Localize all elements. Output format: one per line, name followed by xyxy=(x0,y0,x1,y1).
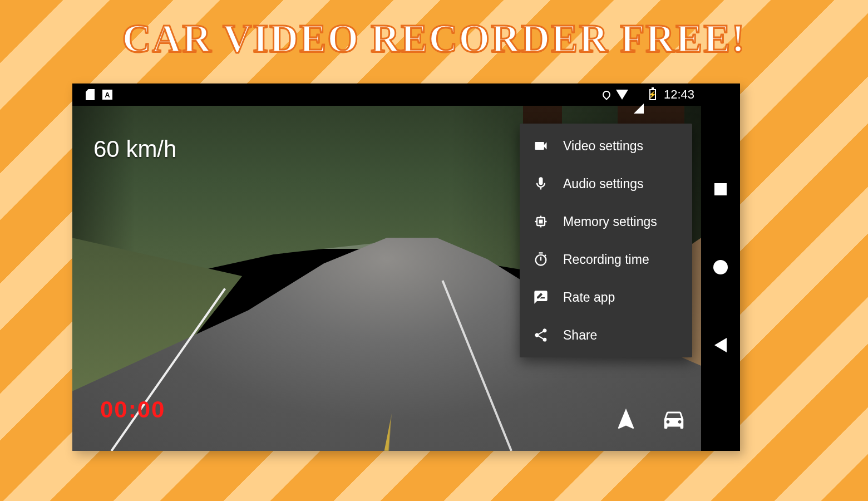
menu-item-rate-app[interactable]: Rate app xyxy=(520,278,692,316)
android-nav-bar xyxy=(701,84,740,451)
circle-icon xyxy=(713,260,728,274)
timer-icon xyxy=(533,252,549,267)
nav-back-button[interactable] xyxy=(701,333,740,357)
nav-recent-apps-button[interactable] xyxy=(701,177,740,202)
device-frame: A ⚡ 12:43 60 km/h 00:00 Video settings xyxy=(72,84,740,451)
menu-item-label: Share xyxy=(563,328,597,343)
cell-signal-icon xyxy=(634,90,644,100)
promo-headline: CAR VIDEO RECORDER FREE! xyxy=(122,16,746,62)
square-icon xyxy=(714,183,727,195)
menu-item-recording-time[interactable]: Recording time xyxy=(520,240,692,278)
menu-item-audio-settings[interactable]: Audio settings xyxy=(520,165,692,203)
recording-timer: 00:00 xyxy=(100,396,165,423)
battery-charging-icon: ⚡ xyxy=(649,89,656,100)
share-icon xyxy=(533,327,549,343)
car-mode-button[interactable] xyxy=(661,406,687,434)
navigate-button[interactable] xyxy=(613,406,639,434)
menu-item-label: Memory settings xyxy=(563,214,657,229)
app-screen: A ⚡ 12:43 60 km/h 00:00 Video settings xyxy=(72,84,701,451)
settings-menu: Video settings Audio settings Memory set… xyxy=(520,124,692,357)
menu-item-label: Recording time xyxy=(563,252,649,267)
location-icon xyxy=(601,89,612,100)
menu-item-label: Rate app xyxy=(563,290,615,305)
status-clock: 12:43 xyxy=(664,87,694,102)
sdcard-icon xyxy=(86,89,95,100)
app-notification-icon: A xyxy=(102,90,112,100)
car-icon xyxy=(661,406,687,432)
triangle-icon xyxy=(714,338,727,352)
wifi-icon xyxy=(616,90,628,100)
videocam-icon xyxy=(533,138,549,154)
menu-item-label: Audio settings xyxy=(563,176,643,191)
menu-item-memory-settings[interactable]: Memory settings xyxy=(520,203,692,240)
nav-home-button[interactable] xyxy=(701,255,740,279)
android-status-bar: A ⚡ 12:43 xyxy=(72,84,701,106)
menu-item-video-settings[interactable]: Video settings xyxy=(520,127,692,165)
memory-chip-icon xyxy=(533,214,549,229)
navigate-icon xyxy=(613,406,639,432)
speed-overlay: 60 km/h xyxy=(93,136,176,163)
rate-review-icon xyxy=(533,289,549,305)
mic-icon xyxy=(533,176,549,191)
menu-item-share[interactable]: Share xyxy=(520,316,692,354)
menu-item-label: Video settings xyxy=(563,139,643,154)
